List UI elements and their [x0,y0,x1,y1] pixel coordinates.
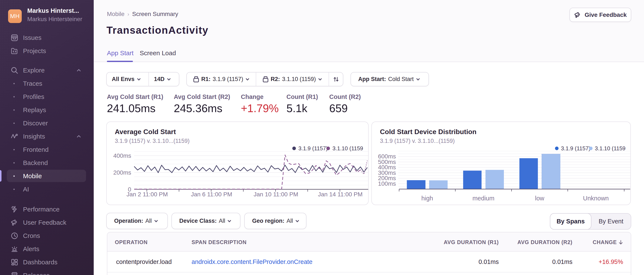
svg-text:200ms: 200ms [113,169,131,176]
svg-text:low: low [535,195,544,202]
svg-text:Jan 10 11:00 PM: Jan 10 11:00 PM [254,191,298,198]
svg-text:Jan 14 11:00 PM: Jan 14 11:00 PM [318,191,363,198]
svg-text:Unknown: Unknown [583,195,609,202]
svg-text:100ms: 100ms [378,180,396,187]
svg-text:400ms: 400ms [113,152,131,159]
svg-text:medium: medium [472,195,494,202]
svg-text:3.1.10 (1159: 3.1.10 (1159 [595,145,626,152]
svg-text:Jan 2 11:00 PM: Jan 2 11:00 PM [126,191,168,198]
svg-text:3.1.9 (1157): 3.1.9 (1157) [561,145,590,152]
svg-text:3.1.10 (1159: 3.1.10 (1159 [332,145,363,152]
svg-text:high: high [422,195,433,202]
svg-text:Jan 6 11:00 PM: Jan 6 11:00 PM [191,191,232,198]
svg-text:3.1.9 (1157): 3.1.9 (1157) [298,145,328,152]
